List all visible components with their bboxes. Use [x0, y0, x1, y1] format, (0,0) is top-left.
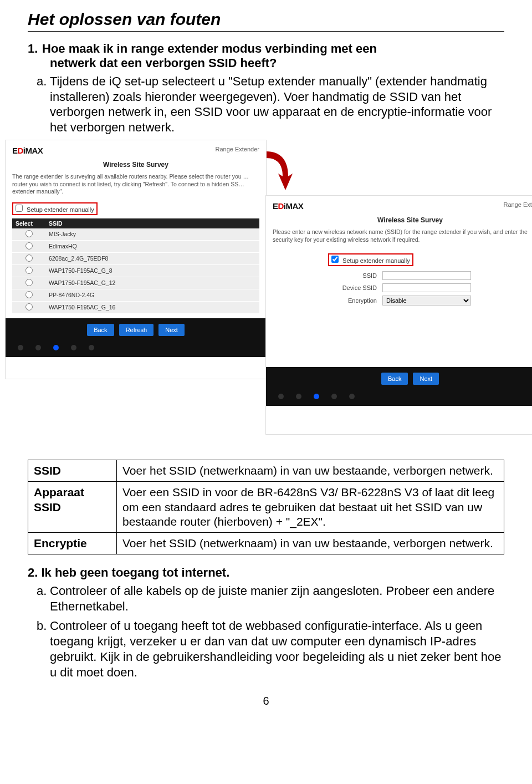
q1-a-letter: a.: [37, 74, 50, 89]
row-ssid: WAP1750-F195AC_G_16: [45, 301, 259, 313]
encryption-label: Encryption: [321, 297, 377, 304]
row-ssid: EdimaxHQ: [45, 240, 259, 252]
table-row[interactable]: EdimaxHQ: [12, 240, 259, 252]
row-ssid: 6208ac_2.4G_75EDF8: [45, 252, 259, 264]
status-dots: [266, 390, 532, 406]
row-radio[interactable]: [25, 242, 33, 250]
table-row[interactable]: WAP1750-F195AC_G_16: [12, 301, 259, 313]
edimax-logo: EDiMAX: [273, 201, 303, 211]
table-row[interactable]: 6208ac_2.4G_75EDF8: [12, 252, 259, 264]
def-key-ssid: SSID: [28, 460, 117, 482]
range-extender-label: Range Extender: [504, 201, 533, 208]
def-val-ssid: Voer het SSID (netwerknaam) in van uw be…: [117, 460, 504, 482]
page-number: 6: [28, 695, 504, 707]
q1-heading: 1.Hoe maak ik in range extender modus ve…: [28, 42, 504, 70]
col-select: Select: [12, 218, 45, 228]
row-ssid: WAP1750-F195AC_G_8: [45, 264, 259, 277]
survey-title: Wireless Site Survey: [266, 211, 532, 228]
manual-label: Setup extender manually: [27, 206, 94, 213]
row-ssid: WAP1750-F195AC_G_12: [45, 277, 259, 289]
q2-heading: 2. Ik heb geen toegang tot internet.: [28, 566, 504, 580]
table-row[interactable]: MIS-Jacky: [12, 228, 259, 241]
row-radio[interactable]: [25, 267, 33, 274]
next-button[interactable]: Next: [413, 373, 439, 385]
device-ssid-label: Device SSID: [321, 284, 377, 291]
q2-b-letter: b.: [37, 618, 50, 634]
row-radio[interactable]: [25, 303, 33, 310]
ssid-input[interactable]: [382, 271, 471, 280]
q1-a-text: Tijdens de iQ set-up selecteert u "Setup…: [50, 74, 492, 134]
q1-line2: netwerk dat een verborgen SSID heeft?: [50, 56, 277, 70]
def-key-apparaat-ssid: Apparaat SSID: [28, 482, 117, 533]
q2-b-text: Controleer of u toegang heeft tot de web…: [50, 619, 502, 679]
edimax-logo: EDiMAX: [12, 146, 43, 155]
status-dots: [6, 342, 266, 357]
survey-intro: The range extender is surveying all avai…: [6, 173, 266, 200]
q2-a-text: Controleer of alle kabels op de juiste m…: [50, 584, 494, 613]
back-button[interactable]: Back: [87, 324, 114, 336]
def-val-encryptie: Voer het SSID (netwerknaam) in van uw be…: [117, 533, 504, 554]
row-radio[interactable]: [25, 230, 33, 237]
row-radio[interactable]: [25, 279, 33, 286]
row-ssid: MIS-Jacky: [45, 228, 259, 241]
manual-intro: Please enter a new wireless network name…: [266, 228, 532, 248]
q1-number: 1.: [28, 42, 42, 56]
table-row[interactable]: PP-8476ND-2.4G: [12, 289, 259, 301]
screenshot-manual-entry: EDiMAX Range Extender Wireless Site Surv…: [266, 196, 532, 434]
ssid-label: SSID: [321, 272, 377, 279]
table-row[interactable]: WAP1750-F195AC_G_8: [12, 264, 259, 277]
screenshot-site-survey-list: EDiMAX Range Extender Wireless Site Surv…: [6, 140, 266, 379]
col-ssid: SSID: [45, 218, 259, 228]
setup-manually-checkbox[interactable]: Setup extender manually: [328, 253, 413, 266]
q2-item-b: b.Controleer of u toegang heeft tot de w…: [50, 618, 504, 681]
encryption-select[interactable]: Disable: [382, 296, 471, 306]
manual-checkbox[interactable]: [331, 256, 339, 263]
device-ssid-input[interactable]: [382, 283, 471, 292]
q1-line1: Hoe maak ik in range extender modus verb…: [42, 42, 377, 55]
next-button[interactable]: Next: [158, 324, 185, 336]
def-val-apparaat-ssid: Voer een SSID in voor de BR-6428nS V3/ B…: [117, 482, 504, 533]
row-radio[interactable]: [25, 291, 33, 298]
ssid-table: SelectSSID MIS-Jacky EdimaxHQ 6208ac_2.4…: [12, 218, 259, 314]
screenshots-area: EDiMAX Range Extender Wireless Site Surv…: [28, 140, 504, 451]
refresh-button[interactable]: Refresh: [119, 324, 154, 336]
manual-checkbox[interactable]: [16, 205, 23, 212]
q2-item-a: a.Controleer of alle kabels op de juiste…: [50, 583, 504, 614]
range-extender-label: Range Extender: [216, 146, 260, 152]
q1-item-a: a.Tijdens de iQ set-up selecteert u "Set…: [50, 74, 504, 135]
row-radio[interactable]: [25, 254, 33, 262]
row-ssid: PP-8476ND-2.4G: [45, 289, 259, 301]
table-row[interactable]: WAP1750-F195AC_G_12: [12, 277, 259, 289]
back-button[interactable]: Back: [381, 373, 408, 385]
definition-table: SSID Voer het SSID (netwerknaam) in van …: [28, 460, 504, 554]
q2-a-letter: a.: [37, 583, 50, 599]
manual-label: Setup extender manually: [342, 257, 410, 264]
page-title: Het oplossen van fouten: [28, 10, 504, 32]
setup-manually-checkbox[interactable]: Setup extender manually: [12, 202, 98, 215]
survey-title: Wireless Site Survey: [6, 155, 266, 173]
def-key-encryptie: Encryptie: [28, 533, 117, 554]
